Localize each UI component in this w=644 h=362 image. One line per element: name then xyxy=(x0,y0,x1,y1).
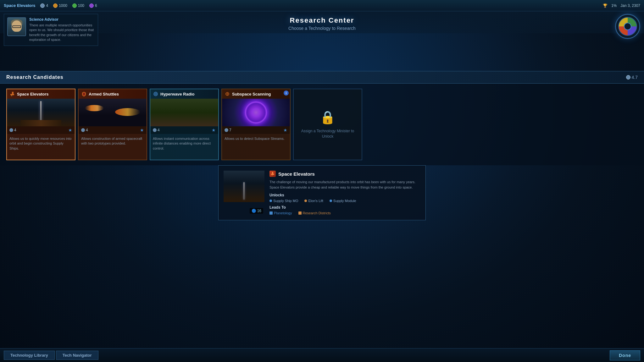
stat-icon xyxy=(626,75,630,80)
card-footer-space-elevators: 4 ★ xyxy=(7,126,75,134)
tab-tech-navigator[interactable]: Tech Navigator xyxy=(56,351,98,360)
emblem-inner xyxy=(618,17,637,36)
top-bar: Space Elevators 4 1000 100 6 🏆 1% Jan 3,… xyxy=(0,0,644,11)
card-footer-armed-shuttles: 4 ★ xyxy=(79,126,147,134)
leads-to-title: Leads To xyxy=(269,205,420,210)
cards-container: Space Elevators 4 ★ Allows us to quickly… xyxy=(0,84,644,165)
card-desc-hyperwave: Allows instant communication across infi… xyxy=(150,134,218,160)
done-button[interactable]: Done xyxy=(610,350,640,360)
advisor-avatar-inner xyxy=(8,18,25,36)
card-header-space-elevators: Space Elevators xyxy=(7,89,75,99)
svg-rect-1 xyxy=(10,94,14,95)
credits-value: 100 xyxy=(78,3,84,8)
card-body-hyperwave: 4 ★ Allows instant communication across … xyxy=(150,99,218,160)
leads-label-research-districts: Research Districts xyxy=(303,211,331,215)
cost-icon xyxy=(81,128,85,132)
card-title-hyperwave: Hyperwave Radio xyxy=(160,92,216,96)
advisor-text: There are multiple research opportunitie… xyxy=(29,23,95,42)
wave-icon xyxy=(153,91,158,97)
cost-icon xyxy=(9,128,13,132)
svg-rect-8 xyxy=(272,172,273,174)
stat-value: 4.7 xyxy=(632,75,638,80)
unlock-elons-lift: Elon's Lift xyxy=(304,199,323,203)
unlock-dot-blue xyxy=(269,200,272,202)
leads-icon-blue xyxy=(269,211,273,215)
detail-desc: The challenge of moving our manufactured… xyxy=(269,179,420,190)
cost-value: 4 xyxy=(158,128,160,132)
card-footer-subspace: 7 ★ xyxy=(222,126,290,134)
influence-icon xyxy=(89,3,94,8)
credits-icon xyxy=(72,3,77,8)
card-space-elevators[interactable]: Space Elevators 4 ★ Allows us to quickly… xyxy=(6,89,75,160)
card-cost-subspace: 7 xyxy=(225,128,231,132)
svg-point-5 xyxy=(155,94,156,94)
card-title-space-elevators: Space Elevators xyxy=(17,92,72,96)
detail-unlocks: Supply Ship MO Elon's Lift Supply Module xyxy=(269,199,420,203)
card-desc-armed-shuttles: Allows construction of armed spacecraft … xyxy=(79,134,147,160)
cost-value: 4 xyxy=(14,128,16,132)
detail-header: Space Elevators xyxy=(269,171,420,177)
unlock-supply-ship: Supply Ship MO xyxy=(269,199,298,203)
detail-cost-badge: 🔵 16 xyxy=(250,208,263,214)
card-armed-shuttles[interactable]: Armed Shuttles 4 ★ Allows construction o… xyxy=(78,89,147,160)
advisor-avatar xyxy=(7,17,26,36)
trophy-icon: 🏆 xyxy=(603,3,608,8)
cost-icon xyxy=(225,128,228,132)
advisor-panel: Science Advisor There are multiple resea… xyxy=(4,14,98,46)
svg-rect-9 xyxy=(271,174,274,175)
hammer-icon xyxy=(9,91,15,97)
svg-rect-2 xyxy=(11,95,12,96)
card-image-space-elevators xyxy=(7,99,75,126)
hyperwave-image xyxy=(150,99,218,126)
top-bar-left: Space Elevators 4 1000 100 6 xyxy=(4,3,97,8)
unlock-label: Supply Module xyxy=(333,199,356,203)
cost-value: 4 xyxy=(86,128,88,132)
card-cost-armed-shuttles: 4 xyxy=(81,128,88,132)
info-badge: i xyxy=(284,90,289,96)
emblem-circle xyxy=(615,14,640,39)
cost-icon xyxy=(153,128,157,132)
svg-rect-0 xyxy=(12,92,14,94)
detail-panel: 🔵 16 Space Elevators The challenge of mo… xyxy=(218,165,426,220)
card-image-armed-shuttles xyxy=(79,99,147,126)
detail-image xyxy=(224,171,264,202)
leads-research-districts[interactable]: Research Districts xyxy=(298,211,331,215)
advisor-name: Science Advisor xyxy=(29,17,95,22)
unlock-label: Supply Ship MO xyxy=(273,199,298,203)
unlock-dot-orange xyxy=(304,200,307,202)
subspace-image xyxy=(222,99,290,126)
detail-title: Space Elevators xyxy=(278,171,315,177)
leads-label-planetology: Planetology xyxy=(274,211,292,215)
card-footer-hyperwave: 4 ★ xyxy=(150,126,218,134)
card-desc-subspace: Allows us to detect Subspace Streams. xyxy=(222,134,290,160)
section-title: Research Candidates xyxy=(6,74,64,80)
section-header: Research Candidates 4.7 xyxy=(0,71,644,84)
cost-value: 7 xyxy=(229,128,231,132)
card-body-subspace: 7 ★ Allows us to detect Subspace Streams… xyxy=(222,99,290,160)
lock-text: Assign a Technology Minister to Unlock xyxy=(294,129,362,139)
trophy-percent: 1% xyxy=(611,3,617,8)
card-locked: 🔒 Assign a Technology Minister to Unlock xyxy=(293,89,362,160)
card-cost-hyperwave: 4 xyxy=(153,128,160,132)
bottom-bar: Technology Library Tech Navigator Done xyxy=(0,348,644,362)
detail-content: Space Elevators The challenge of moving … xyxy=(269,171,420,215)
card-title-armed-shuttles: Armed Shuttles xyxy=(89,92,144,96)
card-subspace-scanning[interactable]: i Subspace Scanning 7 xyxy=(221,89,291,160)
faction-emblem[interactable] xyxy=(615,14,640,39)
research-resource: 4 xyxy=(40,3,48,8)
game-date: Jan 3, 2307 xyxy=(620,3,640,8)
leads-planetology[interactable]: Planetology xyxy=(269,211,292,215)
top-bar-right: 🏆 1% Jan 3, 2307 xyxy=(603,3,640,8)
tab-technology-library[interactable]: Technology Library xyxy=(4,351,55,360)
svg-point-7 xyxy=(227,93,228,95)
unlocks-title: Unlocks xyxy=(269,193,420,197)
card-hyperwave-radio[interactable]: Hyperwave Radio 4 ★ Allows instant commu… xyxy=(150,89,219,160)
card-body-space-elevators: 4 ★ Allows us to quickly move resources … xyxy=(7,99,75,160)
production-resource: 1000 xyxy=(53,3,67,8)
star-icon: ★ xyxy=(283,128,287,133)
production-icon xyxy=(53,3,58,8)
card-title-subspace: Subspace Scanning xyxy=(232,92,287,96)
space-elevator-image xyxy=(7,99,75,126)
advisor-face xyxy=(12,20,22,32)
advisor-info: Science Advisor There are multiple resea… xyxy=(29,17,95,42)
